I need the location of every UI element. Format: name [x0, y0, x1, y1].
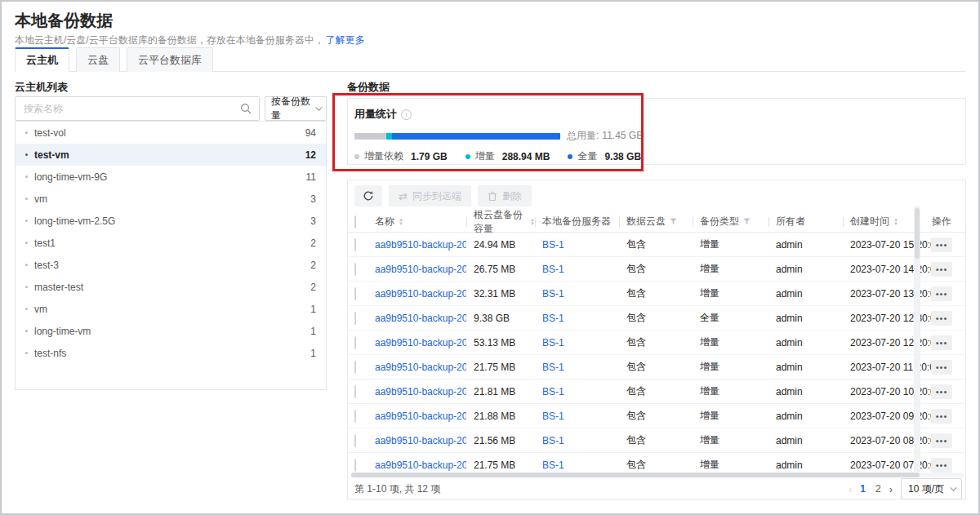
- row-actions-button[interactable]: •••: [931, 384, 952, 399]
- row-checkbox[interactable]: [354, 336, 356, 349]
- vertical-scrollbar-thumb[interactable]: [915, 208, 920, 259]
- bullet-icon: [25, 286, 28, 288]
- vertical-scrollbar[interactable]: [914, 206, 920, 472]
- page-size-select[interactable]: 10 项/页: [901, 478, 962, 499]
- row-actions-button[interactable]: •••: [931, 433, 952, 448]
- horizontal-scrollbar[interactable]: [351, 473, 964, 477]
- next-page-button[interactable]: ›: [889, 483, 893, 495]
- backup-server-link[interactable]: BS-1: [542, 239, 564, 251]
- row-actions-button[interactable]: •••: [931, 262, 952, 277]
- row-checkbox[interactable]: [354, 287, 356, 300]
- vm-list-item[interactable]: master-test 2: [16, 276, 326, 298]
- tab[interactable]: 云盘: [76, 47, 120, 72]
- vm-name: test-vol: [34, 127, 305, 139]
- sort-by-backup-count-select[interactable]: 按备份数量: [265, 96, 327, 121]
- column-label: 名称: [375, 215, 394, 229]
- backup-name-link[interactable]: aa9b9510-backup-2023-07-...: [375, 362, 466, 373]
- row-checkbox[interactable]: [354, 385, 356, 398]
- backup-name-link[interactable]: aa9b9510-backup-2023-07-...: [375, 386, 466, 397]
- tab[interactable]: 云平台数据库: [127, 47, 213, 72]
- vm-list-item[interactable]: test-nfs 1: [16, 342, 326, 364]
- bullet-icon: [25, 175, 28, 178]
- bullet-icon: [25, 220, 28, 222]
- row-actions-button[interactable]: •••: [931, 311, 952, 326]
- cell-created-time: 2023-07-20 14:20:00: [843, 264, 914, 275]
- backup-name-link[interactable]: aa9b9510-backup-2023-07-...: [375, 288, 466, 300]
- backup-server-link[interactable]: BS-1: [542, 362, 564, 373]
- backup-server-link[interactable]: BS-1: [542, 313, 564, 324]
- cell-data-volume: 包含: [619, 458, 693, 472]
- prev-page-button[interactable]: ‹: [849, 483, 852, 495]
- backup-name-link[interactable]: aa9b9510-backup-2023-07-...: [375, 313, 466, 324]
- column-header-backup-type[interactable]: 备份类型: [693, 215, 768, 229]
- backup-name-link[interactable]: aa9b9510-backup-2023-07-...: [375, 337, 466, 349]
- backup-server-link[interactable]: BS-1: [542, 386, 564, 397]
- learn-more-link[interactable]: 了解更多: [326, 34, 365, 46]
- row-checkbox[interactable]: [354, 459, 356, 472]
- backup-server-link[interactable]: BS-1: [542, 411, 564, 422]
- usage-bar-segment: [392, 133, 560, 140]
- vm-list-item[interactable]: long-time-vm-9G 11: [16, 166, 326, 188]
- vm-list-item[interactable]: test1 2: [16, 232, 326, 254]
- row-actions-button[interactable]: •••: [931, 238, 952, 252]
- select-all-checkbox[interactable]: [354, 215, 356, 229]
- row-actions-button[interactable]: •••: [931, 360, 952, 375]
- cell-created-time: 2023-07-20 15:20:00: [843, 239, 914, 251]
- bullet-icon: [25, 153, 28, 156]
- sync-to-remote-button[interactable]: ⇄ 同步到远端: [389, 185, 471, 206]
- column-header-data-volume[interactable]: 数据云盘: [619, 215, 693, 229]
- backup-name-link[interactable]: aa9b9510-backup-2023-07-...: [375, 264, 466, 275]
- row-checkbox[interactable]: [354, 312, 356, 325]
- row-checkbox[interactable]: [354, 263, 356, 276]
- backup-server-link[interactable]: BS-1: [542, 460, 564, 471]
- cell-backup-type: 增量: [693, 335, 768, 349]
- vm-list-item[interactable]: long-time-vm 1: [16, 320, 326, 342]
- cell-capacity: 24.94 MB: [466, 239, 535, 251]
- column-header-capacity[interactable]: 根云盘备份容量 ▲▼: [466, 208, 535, 236]
- cell-owner: admin: [768, 362, 843, 373]
- legend-dot-icon: [568, 154, 572, 159]
- row-actions-button[interactable]: •••: [931, 335, 952, 350]
- backup-name-link[interactable]: aa9b9510-backup-2023-07-...: [375, 411, 466, 422]
- delete-button[interactable]: 删除: [478, 185, 532, 206]
- backup-server-link[interactable]: BS-1: [542, 264, 564, 275]
- vm-name: long-time-vm-2.5G: [34, 215, 310, 227]
- tab[interactable]: 云主机: [15, 47, 69, 73]
- cell-owner: admin: [768, 460, 843, 471]
- row-checkbox[interactable]: [354, 434, 356, 447]
- vm-list-item[interactable]: test-vol 94: [16, 122, 326, 144]
- legend-dot-icon: [466, 154, 470, 159]
- backup-server-link[interactable]: BS-1: [542, 435, 564, 446]
- vm-list-item[interactable]: vm 1: [16, 298, 326, 320]
- vm-list-item[interactable]: test-vm 12: [16, 144, 326, 166]
- page-subtitle: 本地云主机/云盘/云平台数据库的备份数据，存放在本地备份服务器中，了解更多: [15, 33, 365, 47]
- info-icon[interactable]: i: [401, 109, 412, 120]
- backup-name-link[interactable]: aa9b9510-backup-2023-07-...: [375, 239, 466, 251]
- backup-server-link[interactable]: BS-1: [542, 288, 564, 300]
- column-header-name[interactable]: 名称 ▲▼: [375, 215, 466, 229]
- row-actions-button[interactable]: •••: [931, 409, 952, 424]
- backup-name-link[interactable]: aa9b9510-backup-2023-07-...: [375, 460, 466, 471]
- vm-backup-count: 1: [310, 348, 316, 359]
- cell-created-time: 2023-07-20 07:20:00: [843, 460, 914, 471]
- refresh-button[interactable]: [354, 185, 382, 206]
- row-checkbox[interactable]: [354, 361, 356, 374]
- page-number-button[interactable]: 2: [874, 483, 883, 495]
- legend-label: 增量依赖: [364, 149, 403, 163]
- page-number-button[interactable]: 1: [858, 483, 867, 495]
- vm-list-item[interactable]: long-time-vm-2.5G 3: [16, 210, 326, 232]
- backup-name-link[interactable]: aa9b9510-backup-2023-07-...: [375, 435, 466, 446]
- backup-server-link[interactable]: BS-1: [542, 337, 564, 349]
- cell-capacity: 21.88 MB: [466, 411, 535, 422]
- column-header-created[interactable]: 创建时间 ▲▼: [843, 215, 914, 229]
- row-actions-button[interactable]: •••: [931, 286, 952, 301]
- tab-bar: 云主机 云盘 云平台数据库: [15, 47, 966, 72]
- search-input[interactable]: [16, 97, 259, 120]
- row-checkbox[interactable]: [354, 410, 356, 423]
- horizontal-scrollbar-thumb[interactable]: [351, 473, 920, 477]
- vm-list-item[interactable]: vm 3: [16, 188, 326, 210]
- row-actions-button[interactable]: •••: [931, 458, 952, 473]
- vm-list-item[interactable]: test-3 2: [16, 254, 326, 276]
- legend-dot-icon: [354, 154, 359, 159]
- row-checkbox[interactable]: [354, 238, 356, 251]
